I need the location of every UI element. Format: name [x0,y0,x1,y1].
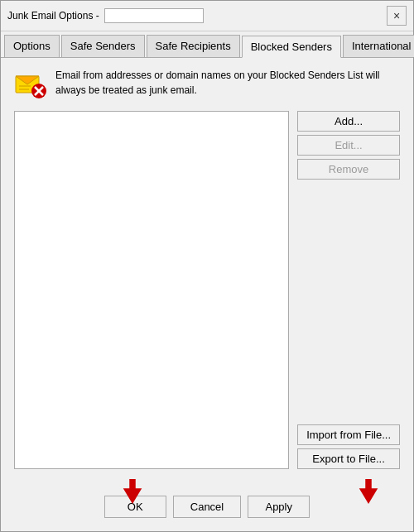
edit-button[interactable]: Edit... [297,135,400,156]
svg-marker-8 [359,479,378,504]
footer-area: OK Cancel Apply [1,479,413,531]
remove-button[interactable]: Remove [297,159,400,180]
tab-options[interactable]: Options [4,35,60,57]
title-bar-left: Junk Email Options - [7,8,204,23]
side-buttons: Add... Edit... Remove Import from File..… [297,111,400,469]
junk-mail-icon [14,68,47,101]
close-button[interactable]: × [387,6,407,26]
junk-email-options-window: Junk Email Options - × Options Safe Send… [0,0,414,532]
tab-blocked-senders[interactable]: Blocked Senders [242,36,341,58]
import-button[interactable]: Import from File... [297,424,400,445]
content-area: Email from addresses or domain names on … [1,58,413,479]
tab-bar: Options Safe Senders Safe Recipients Blo… [1,31,413,58]
window-title: Junk Email Options - [7,10,99,22]
tab-safe-senders[interactable]: Safe Senders [61,35,145,57]
svg-marker-7 [123,479,142,504]
blocked-senders-list[interactable] [14,111,289,469]
title-input[interactable] [104,8,204,23]
export-button[interactable]: Export to File... [297,448,400,469]
description-area: Email from addresses or domain names on … [14,68,400,101]
tab-international[interactable]: International [343,35,414,57]
apply-button[interactable]: Apply [248,496,310,518]
tab-safe-recipients[interactable]: Safe Recipients [147,35,240,57]
description-text: Email from addresses or domain names on … [55,68,400,98]
title-bar: Junk Email Options - × [1,1,413,31]
main-area: Add... Edit... Remove Import from File..… [14,111,400,469]
ok-arrow-indicator [121,479,144,504]
cancel-button[interactable]: Cancel [173,496,241,518]
apply-arrow-indicator [357,479,380,504]
add-button[interactable]: Add... [297,111,400,132]
